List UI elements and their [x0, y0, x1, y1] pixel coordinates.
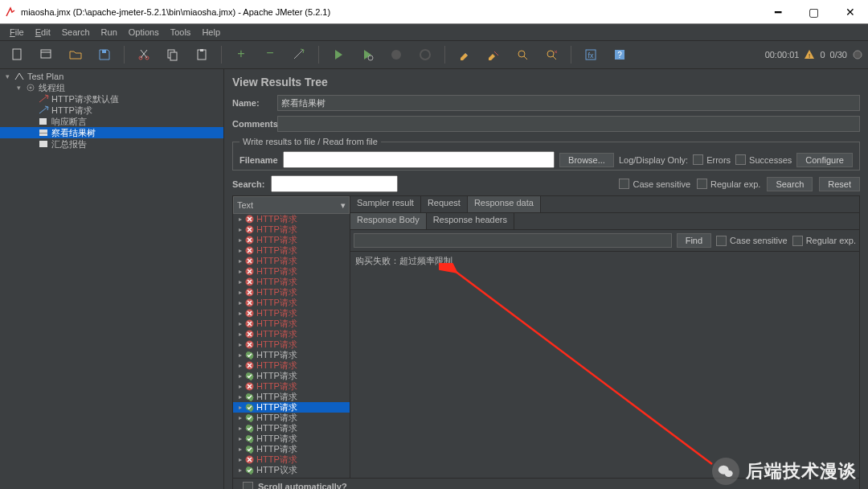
paste-icon[interactable] — [189, 43, 215, 66]
search-button[interactable]: Search — [767, 177, 813, 191]
tab-request[interactable]: Request — [421, 196, 468, 212]
tree-response-assertion[interactable]: 响应断言 — [0, 116, 223, 127]
renderer-combo[interactable]: Text▾ — [233, 196, 350, 214]
pass-icon — [244, 445, 255, 454]
save-icon[interactable] — [92, 43, 117, 66]
clear-icon[interactable] — [452, 43, 477, 66]
clearall-icon[interactable] — [481, 43, 506, 66]
svg-line-45 — [455, 271, 712, 464]
svg-rect-3 — [102, 50, 106, 53]
case-sensitive-checkbox[interactable]: Case sensitive — [619, 179, 690, 189]
open-icon[interactable] — [63, 43, 88, 66]
help-icon[interactable]: ? — [607, 43, 633, 66]
pass-icon — [244, 392, 255, 402]
stop-icon[interactable] — [383, 43, 409, 66]
menu-help[interactable]: Help — [197, 26, 225, 39]
pass-icon — [244, 372, 255, 381]
reset-button[interactable]: Reset — [819, 177, 860, 191]
tree-http-defaults[interactable]: HTTP请求默认值 — [0, 93, 223, 105]
regexp-checkbox[interactable]: Regular exp. — [697, 179, 760, 189]
configure-button[interactable]: Configure — [796, 153, 853, 167]
scroll-auto-label: Scroll automatically? — [258, 482, 347, 489]
find-case-sensitive-checkbox[interactable]: Case sensitive — [716, 236, 788, 246]
successes-checkbox[interactable]: Successes — [735, 154, 792, 165]
browse-button[interactable]: Browse... — [559, 153, 614, 167]
reset-search-icon[interactable] — [538, 43, 564, 66]
tree-http-request[interactable]: HTTP请求 — [0, 105, 223, 116]
comments-input[interactable] — [277, 116, 860, 132]
tree-summary-report[interactable]: 汇总报告 — [0, 138, 223, 150]
menu-tools[interactable]: Tools — [166, 26, 196, 39]
menu-edit[interactable]: Edit — [31, 26, 55, 39]
search-label: Search: — [232, 179, 264, 189]
name-input[interactable] — [277, 95, 860, 111]
comments-label: Comments: — [232, 119, 277, 129]
subtab-response-headers[interactable]: Response headers — [427, 213, 514, 229]
thread-count: 0/30 — [830, 50, 847, 60]
search-input[interactable] — [271, 175, 398, 192]
svg-text:fx: fx — [588, 51, 594, 60]
start-notimers-icon[interactable] — [354, 43, 380, 66]
functions-icon[interactable]: fx — [578, 43, 604, 66]
svg-point-22 — [854, 51, 862, 59]
test-plan-tree[interactable]: ▾Test Plan ▾线程组 HTTP请求默认值 HTTP请求 响应断言 察看… — [0, 69, 224, 489]
find-regexp-checkbox[interactable]: Regular exp. — [792, 236, 856, 246]
write-results-fieldset: Write results to file / Read from file F… — [232, 137, 860, 171]
result-row[interactable]: ▸HTTP议求 — [233, 465, 350, 475]
menu-search[interactable]: Search — [57, 26, 95, 39]
new-icon[interactable] — [5, 43, 31, 66]
menu-file[interactable]: File — [5, 26, 29, 39]
find-button[interactable]: Find — [677, 233, 711, 248]
toggle-icon[interactable] — [286, 43, 312, 66]
fail-icon — [244, 246, 255, 256]
maximize-button[interactable]: ▢ — [796, 0, 832, 23]
svg-rect-0 — [13, 49, 21, 60]
tab-response-data[interactable]: Response data — [468, 196, 541, 212]
svg-rect-28 — [39, 141, 47, 147]
scroll-auto-checkbox[interactable] — [243, 482, 253, 490]
pass-icon — [244, 466, 255, 475]
tree-thread-group[interactable]: ▾线程组 — [0, 82, 223, 93]
svg-text:+: + — [237, 47, 244, 60]
window-titlebar: miaosha.jmx (D:\apache-jmeter-5.2.1\bin\… — [0, 0, 868, 24]
fail-icon — [244, 319, 255, 329]
expand-icon[interactable]: + — [228, 43, 254, 66]
fail-icon — [244, 277, 255, 287]
subtab-response-body[interactable]: Response Body — [350, 213, 427, 229]
panel-title: View Results Tree — [232, 76, 860, 88]
svg-rect-7 — [170, 52, 177, 60]
fail-icon — [244, 215, 255, 224]
shutdown-icon[interactable] — [412, 43, 438, 66]
find-input[interactable] — [354, 233, 672, 248]
results-right-pane: Sampler result Request Response data Res… — [350, 196, 859, 478]
errors-checkbox[interactable]: Errors — [693, 154, 731, 165]
results-list[interactable]: ▸HTTP请求▸HTTP请求▸HTTP请求▸HTTP请求▸HTTP请求▸HTTP… — [233, 214, 350, 478]
tree-test-plan[interactable]: ▾Test Plan — [0, 71, 223, 82]
collapse-icon[interactable]: − — [257, 43, 283, 66]
menu-options[interactable]: Options — [124, 26, 164, 39]
write-results-legend: Write results to file / Read from file — [240, 137, 381, 146]
filename-input[interactable] — [283, 151, 555, 168]
fail-icon — [244, 340, 255, 350]
fail-icon — [244, 382, 255, 392]
tab-sampler-result[interactable]: Sampler result — [350, 196, 421, 212]
scroll-auto-row[interactable]: Scroll automatically? — [232, 479, 860, 489]
svg-rect-1 — [41, 50, 51, 58]
svg-rect-25 — [39, 118, 47, 125]
main-panel: View Results Tree Name: Comments: Write … — [224, 69, 868, 489]
response-body-area[interactable]: 购买失败：超过频率限制 — [350, 252, 859, 478]
menu-run[interactable]: Run — [96, 26, 122, 39]
tree-view-results-tree[interactable]: 察看结果树 — [0, 127, 223, 138]
close-button[interactable]: ✕ — [832, 0, 868, 23]
minimize-button[interactable]: ━ — [760, 0, 796, 23]
copy-icon[interactable] — [160, 43, 186, 66]
cut-icon[interactable] — [131, 43, 157, 66]
templates-icon[interactable] — [34, 43, 59, 66]
start-icon[interactable] — [326, 43, 351, 66]
result-label: HTTP议求 — [256, 464, 297, 476]
svg-rect-9 — [200, 49, 203, 51]
search-tool-icon[interactable] — [510, 43, 535, 66]
svg-text:−: − — [266, 47, 273, 60]
svg-point-14 — [420, 50, 430, 60]
pass-icon — [244, 413, 255, 423]
